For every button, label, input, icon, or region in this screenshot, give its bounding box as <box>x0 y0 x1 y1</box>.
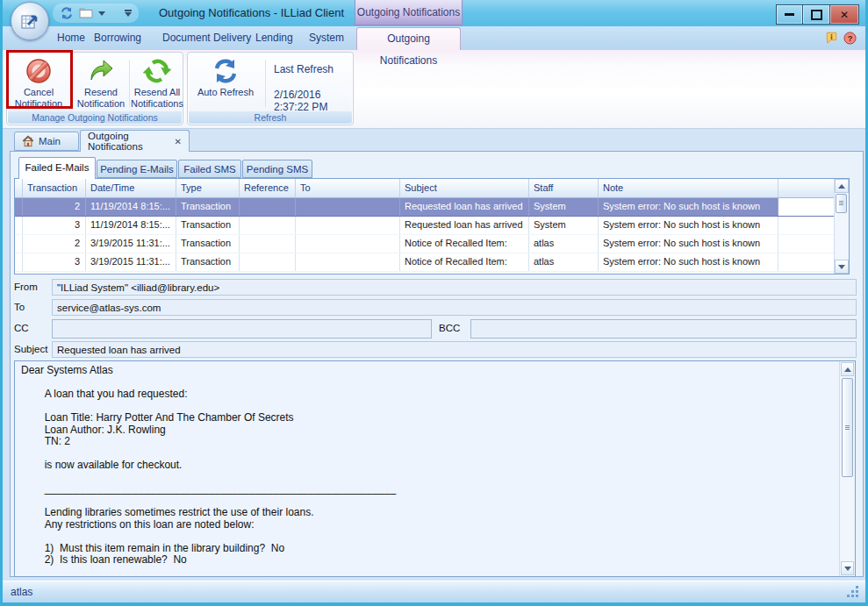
close-icon: ✕ <box>840 10 849 20</box>
ribbon-tab-lending[interactable]: Lending <box>255 32 293 44</box>
scroll-up-button[interactable] <box>841 362 854 376</box>
auto-refresh-label: Auto Refresh <box>197 87 254 97</box>
col-subject[interactable]: Subject <box>400 179 529 197</box>
group-caption-manage: Manage Outgoing Notifications <box>8 111 182 124</box>
close-button[interactable]: ✕ <box>830 4 859 25</box>
info-icon[interactable] <box>825 32 838 44</box>
scroll-down-button[interactable] <box>835 260 849 274</box>
scrollbar-thumb[interactable] <box>842 378 853 477</box>
cancel-icon <box>25 57 53 85</box>
subtab-failed-emails[interactable]: Failed E-Mails <box>18 157 96 179</box>
help-icon[interactable]: ? <box>843 32 857 45</box>
email-body-panel: Dear Systems Atlas A loan that you had r… <box>14 360 856 577</box>
email-body-text[interactable]: Dear Systems Atlas A loan that you had r… <box>15 361 855 594</box>
cell-transaction: 3 <box>23 253 86 271</box>
grid-scrollbar[interactable] <box>834 179 849 274</box>
tab-main-label: Main <box>39 136 61 146</box>
subject-field[interactable]: Requested loan has arrived <box>52 341 857 358</box>
grid-header-indicator <box>15 179 23 197</box>
cell-type: Transaction <box>176 198 240 216</box>
cell-staff: System <box>529 198 599 216</box>
tab-outgoing-notifications-label: Outgoing Notifications <box>88 131 163 152</box>
from-field[interactable]: "ILLiad System" <illiad@library.edu> <box>52 279 857 296</box>
cell-transaction: 2 <box>23 198 86 216</box>
resend-all-notifications-label: Resend All Notifications <box>131 87 183 109</box>
table-row[interactable]: 3 11/19/2014 8:15:... Transaction Reques… <box>15 217 849 235</box>
scroll-up-button[interactable] <box>835 179 849 193</box>
outgoing-notifications-panel: Failed E-Mails Pending E-Mails Failed SM… <box>10 151 864 577</box>
cc-field[interactable] <box>52 319 432 339</box>
folder-dropdown-caret[interactable] <box>98 11 105 16</box>
col-reference[interactable]: Reference <box>240 179 296 197</box>
resend-all-icon <box>143 57 171 85</box>
col-datetime[interactable]: Date/Time <box>86 179 176 197</box>
cancel-notification-button[interactable]: Cancel Notification <box>9 54 68 112</box>
cell-note: System error: No such host is known <box>599 235 778 253</box>
minimize-button[interactable] <box>776 4 803 25</box>
auto-refresh-icon <box>212 57 240 85</box>
cell-to <box>296 253 400 271</box>
col-transaction[interactable]: Transaction <box>23 179 86 197</box>
folder-icon[interactable] <box>79 6 93 20</box>
resend-notification-button[interactable]: Resend Notification <box>74 54 128 112</box>
cell-datetime: 3/19/2015 11:31:... <box>86 235 176 253</box>
to-label: To <box>14 302 25 312</box>
grid-header: Transaction Date/Time Type Reference To … <box>15 179 849 198</box>
house-icon <box>22 135 34 147</box>
scroll-down-button[interactable] <box>841 561 854 575</box>
resend-all-notifications-button[interactable]: Resend All Notifications <box>131 54 183 112</box>
cell-to <box>296 235 400 253</box>
arrow-up-icon <box>844 367 851 372</box>
col-note[interactable]: Note <box>599 179 778 197</box>
ribbon-tab-strip: Home Borrowing Document Delivery Lending… <box>3 26 865 50</box>
contextual-tab-group-header: Outgoing Notifications <box>355 0 463 25</box>
cell-datetime: 11/19/2014 8:15:... <box>86 217 176 234</box>
refresh-icon[interactable] <box>60 6 74 20</box>
ribbon-tab-borrowing[interactable]: Borrowing <box>94 32 141 44</box>
cell-datetime: 11/19/2014 8:15:... <box>86 198 176 216</box>
ribbon-tab-system[interactable]: System <box>309 32 344 44</box>
cell-reference <box>240 217 296 234</box>
scrollbar-thumb[interactable] <box>836 194 847 213</box>
bcc-field[interactable] <box>470 319 857 339</box>
tab-close-icon[interactable]: ✕ <box>175 137 182 146</box>
subtab-failed-sms[interactable]: Failed SMS <box>178 160 241 178</box>
window-controls: ✕ <box>776 4 859 25</box>
application-menu-button[interactable] <box>11 2 49 40</box>
app-window: Outgoing Notifications - ILLiad Client O… <box>0 0 868 606</box>
to-field[interactable]: service@atlas-sys.com <box>52 299 857 316</box>
cell-datetime: 3/19/2015 11:31:... <box>86 253 176 271</box>
subject-label: Subject <box>14 344 47 354</box>
bcc-label: BCC <box>439 323 460 333</box>
quick-access-toolbar <box>53 4 139 23</box>
subtab-pending-emails[interactable]: Pending E-Mails <box>97 160 177 178</box>
cell-reference <box>240 235 296 253</box>
maximize-icon <box>811 10 822 20</box>
col-to[interactable]: To <box>296 179 400 197</box>
auto-refresh-button[interactable]: Auto Refresh <box>190 54 261 112</box>
cell-subject: Notice of Recalled Item: <box>400 235 529 253</box>
resize-grip[interactable] <box>847 586 850 588</box>
tab-outgoing-notifications[interactable]: Outgoing Notifications ✕ <box>80 130 190 152</box>
status-bar: atlas <box>3 581 865 602</box>
window-title: Outgoing Notifications - ILLiad Client <box>159 6 344 19</box>
svg-text:?: ? <box>848 34 853 43</box>
cell-reference <box>240 198 296 216</box>
table-row[interactable]: 3 3/19/2015 11:31:... Transaction Notice… <box>15 253 849 272</box>
customize-qat-button[interactable] <box>125 10 132 17</box>
cell-transaction: 3 <box>23 217 86 234</box>
ribbon-group-refresh: Auto Refresh Last Refresh 2/16/2016 2:37… <box>187 52 354 125</box>
ribbon-tab-home[interactable]: Home <box>57 32 85 44</box>
table-row[interactable]: 2 3/19/2015 11:31:... Transaction Notice… <box>15 235 849 253</box>
ribbon-tab-outgoing-notifications[interactable]: Outgoing Notifications <box>356 27 461 50</box>
ribbon-tab-document-delivery[interactable]: Document Delivery <box>162 32 251 44</box>
arrow-up-icon <box>838 184 845 189</box>
body-scrollbar[interactable] <box>839 361 855 576</box>
col-staff[interactable]: Staff <box>529 179 599 197</box>
table-row[interactable]: 2 11/19/2014 8:15:... Transaction Reques… <box>15 198 849 217</box>
col-type[interactable]: Type <box>176 179 240 197</box>
tab-main[interactable]: Main <box>14 132 79 151</box>
cell-type: Transaction <box>176 235 240 253</box>
subtab-pending-sms[interactable]: Pending SMS <box>242 160 312 178</box>
maximize-button[interactable] <box>803 4 830 25</box>
